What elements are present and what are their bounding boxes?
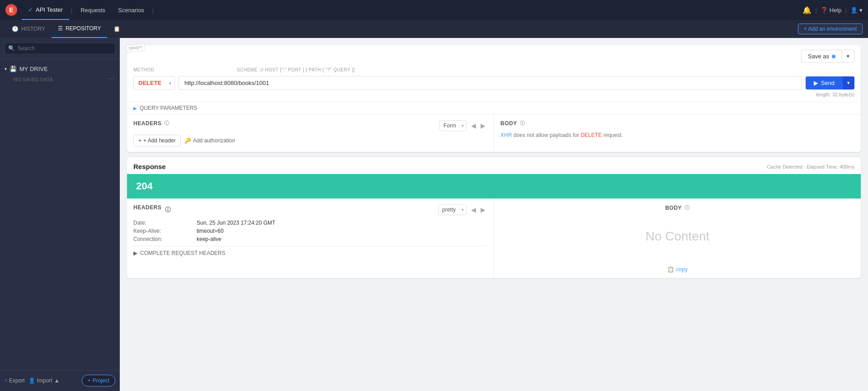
method-select[interactable]: DELETE GET POST PUT [133, 76, 175, 90]
export-icon: ↑ [5, 377, 7, 384]
notification-icon[interactable]: 🔔 [802, 6, 811, 14]
main-content: DRAFT Save as ▾ METHOD SCHEME :// HOST [… [120, 38, 868, 391]
import-button[interactable]: 👤 Import ▲ [28, 377, 60, 384]
sidebar: 🔍 ▾ 💾 MY DRIVE ⋯ NO SAVED DATA ↑ Export … [0, 38, 120, 391]
form-select[interactable]: Form Raw [439, 120, 467, 131]
add-authorization-button[interactable]: 🔑 Add authorization [184, 135, 235, 146]
tab-repository[interactable]: ☰ REPOSITORY [52, 20, 107, 38]
resp-nav-right-button[interactable]: ▶ [479, 205, 487, 214]
tab-history-icon-btn[interactable]: 📋 [107, 20, 127, 38]
save-as-dropdown-button[interactable]: ▾ [842, 50, 854, 63]
pretty-select[interactable]: pretty raw [438, 204, 467, 215]
drive-icon: 💾 [9, 66, 17, 72]
check-icon: ✓ [28, 6, 33, 13]
tab-history[interactable]: 🕐 HISTORY [5, 20, 52, 38]
save-as-button[interactable]: Save as [801, 50, 842, 63]
add-environment-button[interactable]: + Add an environment [798, 24, 863, 34]
query-params-row[interactable]: ▶ QUERY PARAMETERS [127, 102, 861, 114]
plus-icon: + [138, 137, 142, 144]
project-label: Project [93, 377, 109, 384]
resp-headers-label: HEADERS [133, 204, 161, 211]
import-icon: 👤 [28, 377, 35, 384]
export-button[interactable]: ↑ Export [5, 377, 25, 384]
nav-sep-2: | [152, 7, 154, 14]
response-header-row: Response Cache Detected · Elapsed Time: … [127, 157, 861, 174]
header-row-date: Date: Sun, 25 Jun 2023 17:24:20 GMT [133, 220, 487, 226]
resp-body-label: BODY [665, 205, 682, 211]
copy-button[interactable]: 📋 copy [667, 266, 687, 273]
query-params-label: QUERY PARAMETERS [140, 105, 197, 111]
send-button[interactable]: ▶ Send [806, 76, 843, 90]
resp-headers-info-icon: ⓘ [165, 206, 171, 214]
complete-req-chevron: ▶ [133, 250, 137, 256]
add-header-button[interactable]: + + Add header [133, 135, 181, 146]
drive-options-icon[interactable]: ⋯ [108, 74, 115, 83]
help-link[interactable]: ❓ Help [821, 7, 842, 14]
status-code-bar: 204 [127, 174, 861, 198]
method-url-row: METHOD SCHEME :// HOST [":" PORT ] [ PAT… [127, 67, 861, 102]
save-as-dot [832, 55, 835, 58]
nav-right-button[interactable]: ▶ [479, 121, 487, 130]
nav-requests[interactable]: Requests [74, 0, 112, 20]
request-word: request. [603, 132, 623, 138]
url-input[interactable] [179, 76, 802, 90]
header-row-connection: Connection: keep-alive [133, 236, 487, 242]
user-icon: 👤 [850, 7, 858, 14]
request-card: DRAFT Save as ▾ METHOD SCHEME :// HOST [… [127, 45, 861, 152]
clock-icon: 📋 [113, 26, 120, 32]
sidebar-footer: ↑ Export 👤 Import ▲ + Project [0, 370, 120, 391]
resp-nav-left-button[interactable]: ◀ [469, 205, 478, 214]
nav-requests-label: Requests [80, 7, 105, 14]
help-icon: ❓ [821, 7, 828, 14]
no-content-text: No Content [646, 229, 710, 244]
panel-nav-arrows: ◀ ▶ [469, 121, 487, 130]
footer-buttons: ↑ Export 👤 Import ▲ [5, 377, 60, 384]
header-row-keepalive: Keep-Alive: timeout=60 [133, 228, 487, 234]
body-label: BODY [500, 120, 517, 127]
send-dropdown-button[interactable]: ▾ [843, 76, 854, 90]
main-layout: 🔍 ▾ 💾 MY DRIVE ⋯ NO SAVED DATA ↑ Export … [0, 38, 868, 391]
request-headers-panel: HEADERS ⓘ Form Raw ▾ [127, 114, 494, 152]
response-headers-list: Date: Sun, 25 Jun 2023 17:24:20 GMT Keep… [133, 220, 487, 242]
keepalive-key: Keep-Alive: [133, 228, 197, 234]
method-label: METHOD [133, 67, 154, 72]
status-code: 204 [136, 180, 153, 192]
user-chevron: ▾ [859, 7, 863, 14]
headers-info-icon: ⓘ [164, 120, 170, 127]
app-logo: E [5, 4, 17, 16]
complete-req-label: COMPLETE REQUEST HEADERS [140, 250, 225, 256]
body-content: XHR does not allow payloads for DELETE r… [500, 131, 854, 140]
my-drive-item[interactable]: ▾ 💾 MY DRIVE [5, 64, 115, 74]
cache-info: Cache Detected · Elapsed Time: 408ms [767, 164, 854, 170]
form-select-wrap: Form Raw ▾ [439, 120, 467, 131]
help-label: Help [830, 7, 842, 14]
headers-body-section: HEADERS ⓘ Form Raw ▾ [127, 114, 861, 152]
method-select-wrap: DELETE GET POST PUT ▾ [133, 76, 175, 90]
no-saved-label: NO SAVED DATA [5, 74, 115, 85]
project-button[interactable]: + Project [82, 375, 115, 386]
complete-request-headers-row[interactable]: ▶ COMPLETE REQUEST HEADERS [133, 246, 487, 256]
connection-val: keep-alive [197, 236, 222, 242]
top-nav: E ✓ API Tester | Requests Scenarios | 🔔 … [0, 0, 868, 20]
import-label: Import [37, 377, 52, 384]
user-area[interactable]: 👤 ▾ [850, 7, 863, 14]
body-panel-title: BODY ⓘ [500, 120, 854, 127]
response-tabs: HEADERS ⓘ pretty raw ▾ [127, 198, 861, 278]
keepalive-val: timeout=60 [197, 228, 224, 234]
sidebar-search-area: 🔍 [0, 38, 120, 59]
key-icon: 🔑 [184, 137, 191, 144]
pretty-select-wrap: pretty raw ▾ [438, 204, 467, 215]
headers-label: HEADERS [133, 120, 161, 127]
tab-history-label: HISTORY [21, 26, 45, 32]
delete-word: DELETE [580, 132, 602, 138]
resp-headers-panel-header: HEADERS ⓘ pretty raw ▾ [133, 204, 487, 215]
copy-label: copy [676, 266, 687, 273]
plus-icon: + [88, 377, 91, 384]
search-input[interactable] [5, 42, 115, 54]
nav-scenarios[interactable]: Scenarios [112, 0, 151, 20]
resp-headers-title-row: HEADERS ⓘ [133, 204, 171, 215]
method-url-inputs: DELETE GET POST PUT ▾ ▶ Send ▾ [133, 76, 854, 90]
nav-api-tester[interactable]: ✓ API Tester [22, 0, 69, 20]
nav-left-button[interactable]: ◀ [469, 121, 478, 130]
top-nav-right: 🔔 | ❓ Help | 👤 ▾ [802, 6, 863, 14]
